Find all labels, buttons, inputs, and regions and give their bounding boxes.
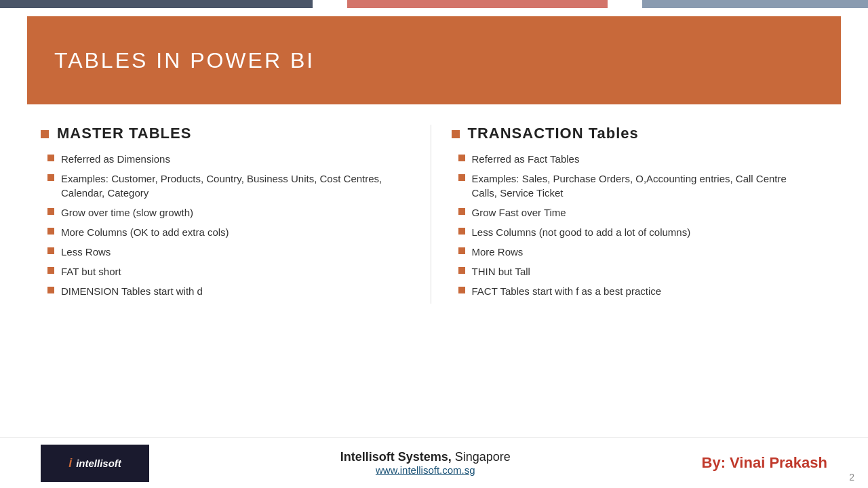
- list-item: THIN but Tall: [458, 264, 808, 279]
- sub-bullet-icon: [47, 287, 54, 293]
- sub-bullet-icon: [47, 228, 54, 235]
- left-heading-bullet: [41, 130, 49, 138]
- right-column: TRANSACTION Tables Referred as Fact Tabl…: [445, 125, 828, 304]
- header-banner: TABLES IN POWER BI: [27, 16, 841, 104]
- footer-center: Intellisoft Systems, Singapore www.intel…: [149, 450, 702, 476]
- right-section-heading: TRANSACTION Tables: [452, 125, 808, 142]
- list-item: Grow over time (slow growth): [47, 205, 397, 220]
- sub-bullet-icon: [458, 208, 465, 215]
- sub-bullet-icon: [47, 208, 54, 215]
- footer-author: By: Vinai Prakash: [702, 454, 827, 472]
- footer: i intellisoft Intellisoft Systems, Singa…: [0, 437, 868, 488]
- list-item: Less Columns (not good to add a lot of c…: [458, 225, 808, 239]
- list-item: Referred as Fact Tables: [458, 152, 808, 166]
- left-section-title: MASTER TABLES: [57, 125, 191, 142]
- list-item: Examples: Customer, Products, Country, B…: [47, 171, 397, 200]
- footer-page-number: 2: [849, 472, 854, 483]
- right-item-list: Referred as Fact Tables Examples: Sales,…: [452, 152, 808, 298]
- list-item: FACT Tables start with f as a best pract…: [458, 284, 808, 298]
- list-item: More Rows: [458, 245, 808, 259]
- list-item: Grow Fast over Time: [458, 205, 808, 220]
- page-title: TABLES IN POWER BI: [54, 48, 315, 73]
- company-logo: i intellisoft: [41, 445, 149, 482]
- sub-bullet-icon: [458, 247, 465, 254]
- sub-bullet-icon: [458, 228, 465, 235]
- logo-text: intellisoft: [76, 458, 121, 469]
- sub-bullet-icon: [47, 174, 54, 181]
- list-item: Less Rows: [47, 245, 397, 259]
- content-area: MASTER TABLES Referred as Dimensions Exa…: [0, 104, 868, 304]
- top-bar-s5: [642, 0, 868, 8]
- left-section-heading: MASTER TABLES: [41, 125, 397, 142]
- sub-bullet-icon: [458, 155, 465, 161]
- list-item: DIMENSION Tables start with d: [47, 284, 397, 298]
- logo-icon: i: [68, 456, 72, 470]
- top-bar-s1: [0, 0, 313, 8]
- sub-bullet-icon: [458, 267, 465, 274]
- right-heading-bullet: [452, 130, 460, 138]
- column-divider: [431, 125, 431, 304]
- sub-bullet-icon: [47, 247, 54, 254]
- list-item: More Columns (OK to add extra cols): [47, 225, 397, 239]
- top-bar-s2: [313, 0, 347, 8]
- list-item: FAT but short: [47, 264, 397, 279]
- right-section-title: TRANSACTION Tables: [468, 125, 639, 142]
- footer-website-link[interactable]: www.intellisoft.com.sg: [149, 464, 702, 476]
- top-bar: [0, 0, 868, 8]
- footer-company-name: Intellisoft Systems, Singapore: [340, 450, 511, 464]
- left-column: MASTER TABLES Referred as Dimensions Exa…: [41, 125, 417, 304]
- list-item: Referred as Dimensions: [47, 152, 397, 166]
- top-bar-s4: [608, 0, 642, 8]
- list-item: Examples: Sales, Purchase Orders, O,Acco…: [458, 171, 808, 200]
- footer-company-bold: Intellisoft Systems,: [340, 450, 452, 464]
- sub-bullet-icon: [47, 155, 54, 161]
- sub-bullet-icon: [458, 287, 465, 293]
- footer-company-rest: Singapore: [452, 450, 511, 464]
- sub-bullet-icon: [47, 267, 54, 274]
- sub-bullet-icon: [458, 174, 465, 181]
- left-item-list: Referred as Dimensions Examples: Custome…: [41, 152, 397, 298]
- top-bar-s3: [347, 0, 608, 8]
